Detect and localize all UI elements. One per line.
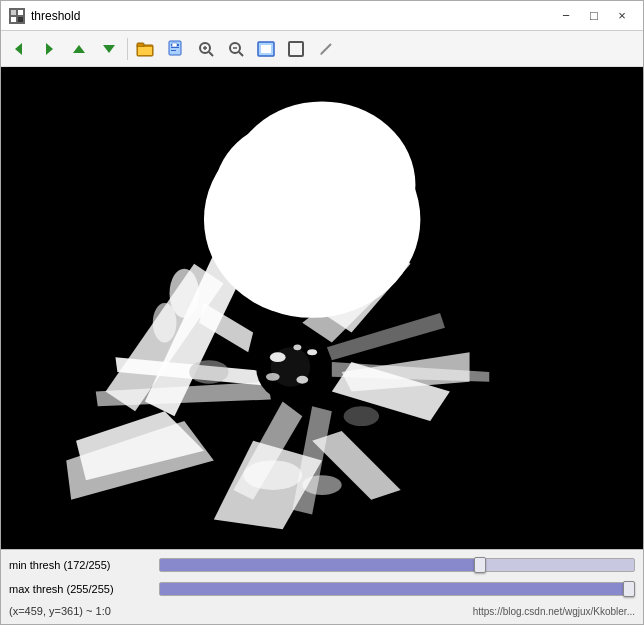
- title-bar: threshold − □ ×: [1, 1, 643, 31]
- svg-rect-10: [137, 43, 144, 47]
- svg-rect-4: [18, 17, 23, 22]
- svg-marker-7: [73, 45, 85, 53]
- forward-button[interactable]: [35, 35, 63, 63]
- min-thresh-slider[interactable]: [159, 558, 635, 572]
- svg-line-18: [209, 52, 213, 56]
- svg-point-49: [307, 349, 317, 355]
- max-thresh-thumb[interactable]: [623, 581, 635, 597]
- minimize-button[interactable]: −: [553, 6, 579, 26]
- save-copy-button[interactable]: [162, 35, 190, 63]
- max-thresh-label: max thresh (255/255): [9, 583, 159, 595]
- back-button[interactable]: [5, 35, 33, 63]
- up-button[interactable]: [65, 35, 93, 63]
- window-title: threshold: [31, 9, 553, 23]
- image-display: [1, 67, 643, 549]
- status-bar: (x=459, y=361) ~ 1:0 https://blog.csdn.n…: [9, 602, 635, 620]
- svg-rect-15: [171, 50, 176, 51]
- app-icon: [9, 8, 25, 24]
- svg-point-57: [153, 303, 177, 342]
- edit-button[interactable]: [312, 35, 340, 63]
- svg-point-47: [270, 352, 286, 362]
- svg-line-27: [321, 44, 331, 54]
- toolbar-separator-1: [127, 38, 128, 60]
- svg-rect-11: [138, 47, 152, 55]
- svg-marker-6: [46, 43, 53, 55]
- max-thresh-slider[interactable]: [159, 582, 635, 596]
- svg-point-48: [296, 376, 308, 384]
- min-thresh-label: min thresh (172/255): [9, 559, 159, 571]
- svg-point-32: [229, 101, 416, 268]
- fit-button[interactable]: [252, 35, 280, 63]
- max-thresh-row: max thresh (255/255): [9, 578, 635, 600]
- svg-marker-8: [103, 45, 115, 53]
- min-thresh-row: min thresh (172/255): [9, 554, 635, 576]
- svg-rect-3: [11, 17, 16, 22]
- fullscreen-button[interactable]: [282, 35, 310, 63]
- svg-point-51: [293, 344, 301, 350]
- svg-marker-5: [15, 43, 22, 55]
- zoom-in-button[interactable]: [192, 35, 220, 63]
- zoom-out-button[interactable]: [222, 35, 250, 63]
- open-button[interactable]: [132, 35, 160, 63]
- down-button[interactable]: [95, 35, 123, 63]
- close-button[interactable]: ×: [609, 6, 635, 26]
- bottom-panel: min thresh (172/255) max thresh (255/255…: [1, 549, 643, 624]
- maximize-button[interactable]: □: [581, 6, 607, 26]
- window-controls: − □ ×: [553, 6, 635, 26]
- svg-point-50: [266, 373, 280, 381]
- svg-point-62: [344, 406, 379, 426]
- svg-line-22: [239, 52, 243, 56]
- svg-point-60: [302, 475, 341, 495]
- url-status: https://blog.csdn.net/wgjux/Kkobler...: [473, 606, 635, 617]
- svg-point-61: [189, 360, 228, 384]
- svg-rect-26: [289, 42, 303, 56]
- svg-point-59: [243, 460, 302, 490]
- svg-rect-2: [18, 10, 23, 15]
- svg-point-56: [170, 269, 200, 318]
- svg-rect-25: [261, 45, 271, 53]
- coords-status: (x=459, y=361) ~ 1:0: [9, 605, 111, 617]
- threshold-image: [1, 67, 643, 549]
- svg-rect-1: [11, 10, 16, 15]
- toolbar: [1, 31, 643, 67]
- svg-rect-16: [172, 43, 177, 47]
- min-thresh-thumb[interactable]: [474, 557, 486, 573]
- main-window: threshold − □ ×: [0, 0, 644, 625]
